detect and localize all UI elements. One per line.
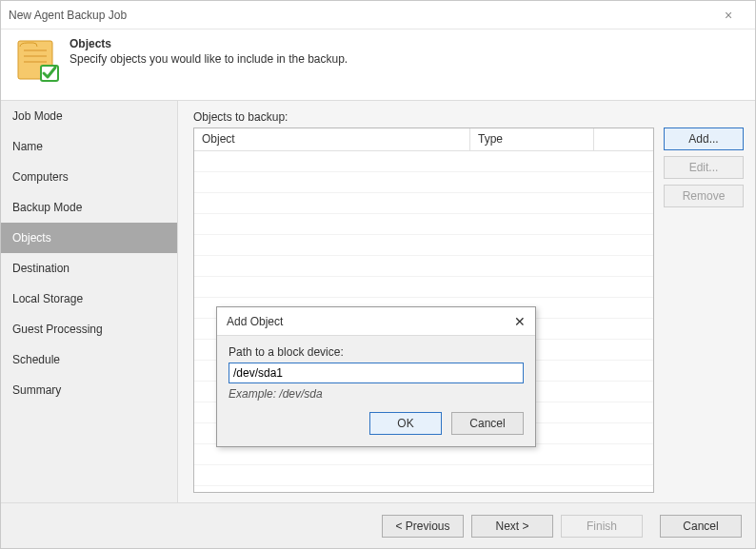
dialog-titlebar: Add Object ✕ — [217, 307, 535, 336]
titlebar: New Agent Backup Job × — [1, 1, 755, 29]
column-spacer — [594, 128, 653, 150]
previous-button[interactable]: < Previous — [382, 515, 464, 538]
wizard-footer: < Previous Next > Finish Cancel — [1, 502, 755, 548]
sidebar-item-local-storage[interactable]: Local Storage — [1, 284, 177, 314]
sidebar-item-computers[interactable]: Computers — [1, 162, 177, 192]
add-button[interactable]: Add... — [664, 127, 744, 150]
table-row — [194, 193, 653, 214]
side-buttons: Add... Edit... Remove — [664, 127, 744, 493]
table-row — [194, 444, 653, 465]
table-row — [194, 214, 653, 235]
sidebar-item-job-mode[interactable]: Job Mode — [1, 101, 177, 131]
next-button[interactable]: Next > — [471, 515, 553, 538]
header-text: Objects Specify objects you would like t… — [70, 37, 348, 66]
sidebar-item-summary[interactable]: Summary — [1, 375, 177, 405]
path-example: Example: /dev/sda — [229, 387, 524, 401]
sidebar-item-backup-mode[interactable]: Backup Mode — [1, 192, 177, 223]
objects-icon — [14, 37, 60, 83]
table-row — [194, 277, 653, 298]
cancel-button[interactable]: Cancel — [451, 412, 524, 435]
wizard-header: Objects Specify objects you would like t… — [1, 29, 755, 101]
table-row — [194, 465, 653, 486]
sidebar-item-schedule[interactable]: Schedule — [1, 344, 177, 375]
dialog-close-icon[interactable]: ✕ — [514, 314, 526, 329]
wizard-body: Job Mode Name Computers Backup Mode Obje… — [1, 101, 755, 502]
table-header: Object Type — [194, 128, 653, 151]
finish-button: Finish — [561, 515, 643, 538]
sidebar: Job Mode Name Computers Backup Mode Obje… — [1, 101, 178, 502]
footer-cancel-button[interactable]: Cancel — [660, 515, 742, 538]
add-object-dialog: Add Object ✕ Path to a block device: Exa… — [216, 306, 536, 447]
close-icon[interactable]: × — [709, 8, 747, 23]
sidebar-item-destination[interactable]: Destination — [1, 253, 177, 284]
path-label: Path to a block device: — [229, 345, 524, 359]
sidebar-item-name[interactable]: Name — [1, 131, 177, 162]
dialog-buttons: OK Cancel — [229, 412, 524, 435]
remove-button: Remove — [664, 185, 744, 207]
edit-button: Edit... — [664, 156, 744, 179]
wizard-window: New Agent Backup Job × Objects Specify o… — [0, 0, 756, 549]
ok-button[interactable]: OK — [369, 412, 442, 435]
page-title: Objects — [70, 37, 348, 50]
column-object[interactable]: Object — [194, 128, 470, 150]
table-row — [194, 256, 653, 277]
sidebar-item-objects[interactable]: Objects — [1, 223, 177, 253]
table-label: Objects to backup: — [193, 110, 744, 124]
window-title: New Agent Backup Job — [9, 9, 709, 22]
page-subtitle: Specify objects you would like to includ… — [70, 52, 348, 66]
table-row — [194, 172, 653, 193]
dialog-title: Add Object — [227, 315, 514, 328]
path-input[interactable] — [229, 363, 524, 383]
sidebar-item-guest-processing[interactable]: Guest Processing — [1, 314, 177, 344]
table-row — [194, 235, 653, 256]
column-type[interactable]: Type — [470, 128, 594, 150]
dialog-body: Path to a block device: Example: /dev/sd… — [217, 336, 535, 446]
table-row — [194, 151, 653, 172]
